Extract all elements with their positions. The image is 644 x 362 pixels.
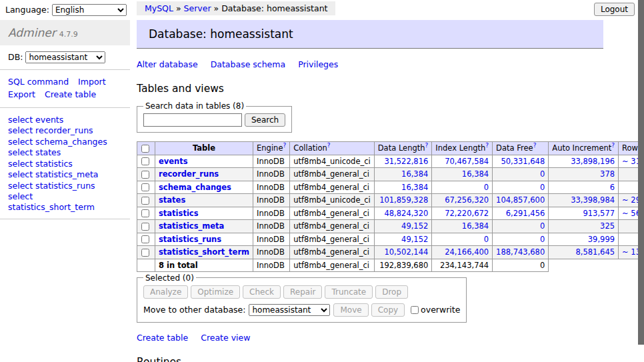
row-checkbox[interactable] xyxy=(141,183,149,191)
db-link-database-schema[interactable]: Database schema xyxy=(211,59,285,69)
col-header-index-length: Index Length? xyxy=(432,142,493,155)
index-length-link[interactable]: 24,166,400 xyxy=(445,247,489,257)
index-length-link[interactable]: 72,220,672 xyxy=(445,209,489,218)
table-name-link[interactable]: states xyxy=(159,195,185,205)
doc-help-link[interactable]: ? xyxy=(425,142,429,149)
index-length-link[interactable]: 0 xyxy=(484,235,489,244)
section-routines-title: Routines xyxy=(137,356,603,362)
sidebar-table-link-select-states[interactable]: select states xyxy=(8,147,122,158)
collation-cell: utf8mb4_general_ci xyxy=(290,246,375,259)
table-name-link[interactable]: statistics_meta xyxy=(159,221,224,231)
data-length-link[interactable]: 49,152 xyxy=(401,221,428,231)
index-length-link[interactable]: 16,384 xyxy=(462,169,489,179)
auto-increment-link[interactable]: 325 xyxy=(600,221,615,231)
total-row: 8 in totalInnoDButf8mb4_general_ci192,83… xyxy=(137,259,644,271)
data-length-link[interactable]: 49,152 xyxy=(401,235,428,244)
data-length-link[interactable]: 16,384 xyxy=(401,169,428,179)
sidebar-table-link-select-statistics-runs[interactable]: select statistics_runs xyxy=(8,181,122,191)
data-free-link[interactable]: 0 xyxy=(540,221,545,231)
sidebar-link-create-table[interactable]: Create table xyxy=(45,89,96,101)
data-free-link[interactable]: 0 xyxy=(540,235,545,244)
breadcrumb: MySQL » Server » Database: homeassistant xyxy=(137,1,335,15)
name-cell: events xyxy=(155,155,253,168)
search-input[interactable] xyxy=(143,113,242,127)
db-select[interactable]: homeassistant xyxy=(25,51,105,63)
index-length-link[interactable]: 67,256,320 xyxy=(445,195,489,205)
select-all-cell xyxy=(137,142,155,155)
data-free-link[interactable]: 50,331,648 xyxy=(501,157,545,166)
auto-increment-link[interactable]: 33,898,196 xyxy=(571,157,615,166)
row-checkbox[interactable] xyxy=(141,171,149,179)
db-link-privileges[interactable]: Privileges xyxy=(298,59,338,69)
sidebar-table-link-select-statistics-meta[interactable]: select statistics_meta xyxy=(8,169,122,180)
breadcrumb-link-mysql[interactable]: MySQL xyxy=(145,3,173,13)
sidebar-link-sql-command[interactable]: SQL command xyxy=(8,76,69,89)
col-header-collation: Collation? xyxy=(290,142,375,155)
data-free-link[interactable]: 6,291,456 xyxy=(506,209,545,218)
sidebar-table-link-select-recorder-runs[interactable]: select recorder_runs xyxy=(8,125,122,136)
data-free-link[interactable]: 104,857,600 xyxy=(496,195,545,205)
doc-help-link[interactable]: ? xyxy=(283,142,286,149)
bottom-link-create-table[interactable]: Create table xyxy=(137,333,188,343)
data-free-link[interactable]: 0 xyxy=(540,169,545,179)
doc-help-link[interactable]: ? xyxy=(611,142,615,149)
search-button[interactable]: Search xyxy=(245,113,285,127)
move-button: Move xyxy=(333,303,368,317)
name-cell: statistics_meta xyxy=(155,220,253,233)
sidebar-table-link-select-schema-changes[interactable]: select schema_changes xyxy=(8,137,122,147)
auto-increment-link[interactable]: 39,999 xyxy=(588,235,615,244)
table-name-link[interactable]: statistics xyxy=(159,209,199,218)
sidebar-link-import[interactable]: Import xyxy=(78,76,106,89)
table-name-link[interactable]: statistics_runs xyxy=(159,235,221,244)
doc-help-link[interactable]: ? xyxy=(327,142,331,149)
collation-cell: utf8mb4_unicode_ci xyxy=(290,155,375,168)
data-length-link[interactable]: 101,859,328 xyxy=(379,195,428,205)
breadcrumb-separator: » xyxy=(173,3,184,13)
data-length-link[interactable]: 16,384 xyxy=(401,183,428,192)
bottom-link-create-view[interactable]: Create view xyxy=(201,333,250,343)
select-all-checkbox[interactable] xyxy=(141,145,149,153)
index-length-link[interactable]: 0 xyxy=(484,183,489,192)
auto-increment-link[interactable]: 33,398,984 xyxy=(571,195,615,205)
move-db-select[interactable]: homeassistant xyxy=(249,304,330,316)
sidebar-table-link-select-statistics[interactable]: select statistics xyxy=(8,159,122,169)
table-name-link[interactable]: schema_changes xyxy=(159,183,231,192)
row-checkbox[interactable] xyxy=(141,157,149,165)
data-length-link[interactable]: 31,522,816 xyxy=(384,157,428,166)
index-length-link[interactable]: 16,384 xyxy=(462,221,489,231)
breadcrumb-separator: » xyxy=(211,3,222,13)
row-checkbox[interactable] xyxy=(141,197,149,205)
table-name-link[interactable]: statistics_short_term xyxy=(159,247,249,257)
data-length-link[interactable]: 48,824,320 xyxy=(384,209,428,218)
breadcrumb-link-server[interactable]: Server xyxy=(184,3,211,13)
logout-button[interactable]: Logout xyxy=(594,3,635,16)
row-checkbox[interactable] xyxy=(141,235,149,243)
sidebar-table-link-select-events[interactable]: select events xyxy=(8,115,122,125)
auto-increment-link[interactable]: 6 xyxy=(610,183,615,192)
auto-increment-link[interactable]: 913,577 xyxy=(583,209,615,218)
vertical-scrollbar[interactable] xyxy=(638,0,644,345)
overwrite-checkbox[interactable] xyxy=(411,306,419,314)
selected-legend: Selected (0) xyxy=(143,273,196,283)
sidebar-table-link-select-statistics-short-term[interactable]: select statistics_short_term xyxy=(8,191,122,212)
row-checkbox[interactable] xyxy=(141,223,149,231)
table-row: statistics_metaInnoDButf8mb4_general_ci4… xyxy=(137,220,644,233)
db-label: DB: xyxy=(8,52,23,62)
data-free-link[interactable]: 0 xyxy=(540,183,545,192)
doc-help-link[interactable]: ? xyxy=(485,142,489,149)
check-cell xyxy=(137,155,155,168)
table-name-link[interactable]: recorder_runs xyxy=(159,169,219,179)
data-length-link[interactable]: 10,502,144 xyxy=(384,247,428,257)
table-name-link[interactable]: events xyxy=(159,157,188,166)
auto-increment-link[interactable]: 378 xyxy=(600,169,615,179)
sidebar-link-export[interactable]: Export xyxy=(8,89,35,101)
index-length-link[interactable]: 70,467,584 xyxy=(445,157,489,166)
auto-increment-link[interactable]: 8,581,645 xyxy=(576,247,615,257)
row-checkbox[interactable] xyxy=(141,209,149,217)
row-checkbox[interactable] xyxy=(141,249,149,257)
doc-help-link[interactable]: ? xyxy=(533,142,537,149)
name-cell: states xyxy=(155,194,253,207)
db-link-alter-database[interactable]: Alter database xyxy=(137,59,198,69)
language-select[interactable]: English xyxy=(52,4,127,16)
data-free-link[interactable]: 188,743,680 xyxy=(496,247,545,257)
